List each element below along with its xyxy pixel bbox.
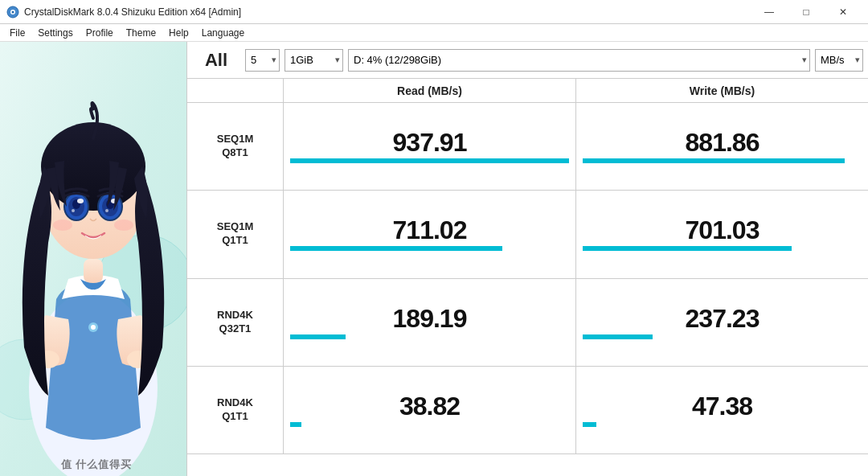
bench-write-bar-container-1: [583, 246, 862, 251]
main-area: 值 什么值得买 All 1 2 3 5 10 512MiB 1G: [0, 42, 868, 476]
svg-point-2: [12, 10, 14, 13]
character-background: 值 什么值得买: [0, 42, 186, 476]
size-select-wrap: 512MiB 1GiB 2GiB 4GiB: [285, 49, 343, 72]
bench-write-value-0: 881.86: [686, 129, 760, 155]
count-select[interactable]: 1 2 3 5 10: [245, 49, 280, 72]
bench-write-value-2: 237.23: [686, 306, 760, 331]
close-button[interactable]: ✕: [825, 0, 862, 24]
header-write: Write (MB/s): [576, 79, 868, 102]
bench-read-bar-container-3: [290, 422, 569, 427]
bench-row-0: SEQ1MQ8T1 937.91 881.86: [187, 103, 868, 191]
bench-read-cell-2: 189.19: [284, 279, 576, 366]
bench-read-bar-2: [290, 334, 346, 339]
svg-rect-10: [84, 259, 103, 283]
bench-read-bar-1: [290, 246, 502, 251]
character-panel: 值 什么值得买: [0, 42, 186, 476]
title-left: CrystalDiskMark 8.0.4 Shizuku Edition x6…: [6, 6, 241, 18]
bench-write-cell-1: 701.03: [576, 191, 868, 277]
bench-read-value-2: 189.19: [393, 306, 467, 331]
bench-read-cell-3: 38.82: [284, 367, 576, 453]
bench-read-bar-3: [290, 422, 301, 427]
header-read: Read (MB/s): [284, 79, 576, 102]
menu-settings[interactable]: Settings: [31, 26, 79, 40]
svg-point-25: [53, 220, 72, 231]
menu-language[interactable]: Language: [195, 26, 251, 40]
app-icon: [6, 6, 19, 18]
bench-write-bar-container-0: [583, 158, 862, 163]
drive-select[interactable]: D: 4% (12/298GiB): [348, 49, 810, 72]
menu-profile[interactable]: Profile: [80, 26, 120, 40]
maximize-button[interactable]: □: [788, 0, 825, 24]
bench-read-bar-container-0: [290, 158, 569, 163]
minimize-button[interactable]: —: [751, 0, 788, 24]
bench-write-cell-0: 881.86: [576, 103, 868, 190]
svg-point-28: [91, 325, 96, 330]
bench-write-value-3: 47.38: [692, 393, 752, 419]
bench-write-cell-3: 47.38: [576, 367, 868, 453]
bench-read-bar-0: [290, 158, 569, 163]
controls-row: All 1 2 3 5 10 512MiB 1GiB 2GiB 4GiB: [187, 42, 868, 79]
bench-write-bar-container-3: [583, 422, 862, 427]
bench-row-3: RND4KQ1T1 38.82 47.38: [187, 367, 868, 453]
menu-help[interactable]: Help: [162, 26, 195, 40]
bench-read-value-1: 711.02: [393, 217, 467, 243]
bench-label-2: RND4KQ32T1: [187, 279, 284, 366]
bench-read-cell-0: 937.91: [284, 103, 576, 190]
unit-select-wrap: MB/s GB/s IOPS μs: [815, 49, 863, 72]
title-controls: — □ ✕: [751, 0, 862, 24]
all-label: All: [192, 50, 240, 71]
bench-label-0: SEQ1MQ8T1: [187, 103, 284, 190]
bench-read-bar-container-1: [290, 246, 569, 251]
bench-write-bar-container-2: [583, 334, 862, 339]
title-bar: CrystalDiskMark 8.0.4 Shizuku Edition x6…: [0, 0, 868, 24]
title-text: CrystalDiskMark 8.0.4 Shizuku Edition x6…: [24, 6, 241, 18]
bench-label-1: SEQ1MQ1T1: [187, 191, 284, 277]
bench-row-2: RND4KQ32T1 189.19 237.23: [187, 279, 868, 367]
svg-point-18: [72, 209, 75, 212]
bench-write-bar-3: [583, 422, 596, 427]
drive-select-wrap: D: 4% (12/298GiB): [348, 49, 810, 72]
svg-point-26: [114, 220, 133, 231]
bench-read-bar-container-2: [290, 334, 569, 339]
bench-write-bar-1: [583, 246, 792, 251]
bench-label-3: RND4KQ1T1: [187, 367, 284, 453]
benchmark-rows: SEQ1MQ8T1 937.91 881.86 SEQ1MQ1T1 711.02…: [187, 103, 868, 453]
count-select-wrap: 1 2 3 5 10: [245, 49, 280, 72]
bench-row-1: SEQ1MQ1T1 711.02 701.03: [187, 191, 868, 278]
header-label-spacer: [187, 79, 284, 102]
benchmark-panel: All 1 2 3 5 10 512MiB 1GiB 2GiB 4GiB: [186, 42, 868, 476]
svg-text:值 什么值得买: 值 什么值得买: [60, 458, 133, 470]
svg-point-17: [77, 199, 84, 203]
bench-write-bar-0: [583, 158, 845, 163]
bench-write-value-1: 701.03: [686, 217, 760, 243]
bench-read-value-3: 38.82: [399, 393, 460, 419]
bench-write-cell-2: 237.23: [576, 279, 868, 366]
menu-bar: File Settings Profile Theme Help Languag…: [0, 24, 868, 42]
menu-file[interactable]: File: [3, 26, 31, 40]
status-bar: [187, 453, 868, 476]
menu-theme[interactable]: Theme: [120, 26, 162, 40]
unit-select[interactable]: MB/s GB/s IOPS μs: [815, 49, 863, 72]
header-row: Read (MB/s) Write (MB/s): [187, 79, 868, 103]
bench-write-bar-2: [583, 334, 653, 339]
bench-read-cell-1: 711.02: [284, 191, 576, 277]
size-select[interactable]: 512MiB 1GiB 2GiB 4GiB: [285, 49, 343, 72]
bench-read-value-0: 937.91: [393, 129, 467, 155]
svg-point-24: [105, 209, 108, 212]
